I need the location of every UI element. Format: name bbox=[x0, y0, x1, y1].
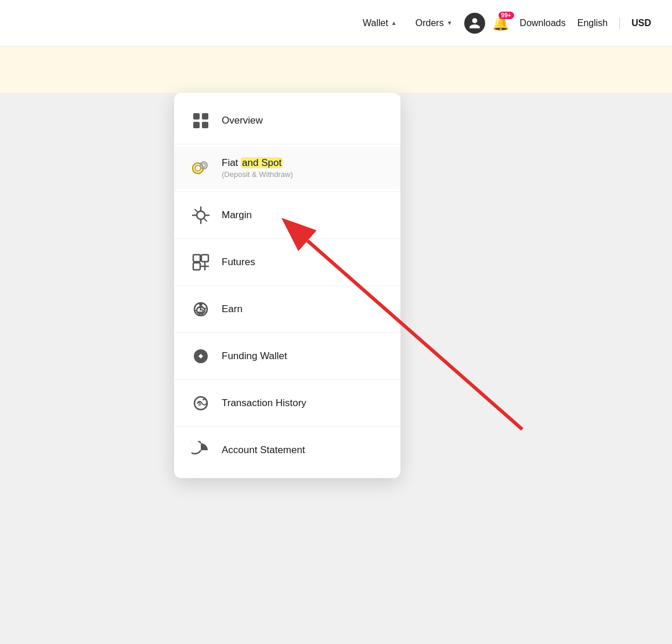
notification-bell[interactable]: 🔔 99+ bbox=[492, 15, 510, 31]
svg-rect-12 bbox=[193, 113, 200, 120]
wallet-dropdown: Overview Fiat and Spot (Deposit & Withdr… bbox=[174, 93, 400, 478]
funding-wallet-text: Funding Wallet bbox=[222, 350, 287, 362]
overview-text: Overview bbox=[222, 115, 263, 126]
fiat-spot-text: Fiat and Spot (Deposit & Withdraw) bbox=[222, 157, 293, 179]
orders-caret: ▼ bbox=[447, 20, 453, 26]
nav-divider bbox=[619, 17, 620, 29]
futures-text: Futures bbox=[222, 256, 255, 268]
dropdown-item-transaction-history[interactable]: $ Transaction History bbox=[174, 382, 400, 424]
dropdown-item-earn[interactable]: Earn bbox=[174, 288, 400, 330]
margin-label: Margin bbox=[222, 209, 252, 221]
divider-2 bbox=[174, 191, 400, 192]
notification-badge: 99+ bbox=[498, 12, 514, 19]
overview-icon bbox=[190, 110, 211, 131]
dropdown-item-margin[interactable]: Margin bbox=[174, 194, 400, 236]
language-selector[interactable]: English bbox=[574, 13, 611, 33]
svg-rect-14 bbox=[193, 122, 200, 128]
svg-line-25 bbox=[195, 209, 197, 212]
fiat-spot-icon bbox=[190, 158, 211, 179]
svg-rect-27 bbox=[193, 255, 200, 262]
futures-label: Futures bbox=[222, 256, 255, 268]
divider-6 bbox=[174, 379, 400, 380]
dropdown-item-funding-wallet[interactable]: Funding Wallet bbox=[174, 335, 400, 377]
downloads-nav-link[interactable]: Downloads bbox=[516, 13, 569, 33]
user-avatar[interactable] bbox=[464, 13, 485, 34]
svg-point-33 bbox=[203, 307, 204, 309]
wallet-caret: ▲ bbox=[391, 20, 397, 26]
svg-text:$: $ bbox=[198, 400, 201, 407]
dropdown-item-overview[interactable]: Overview bbox=[174, 100, 400, 142]
fiat-spot-sublabel: (Deposit & Withdraw) bbox=[222, 170, 293, 179]
navbar: Wallet ▲ Orders ▼ 🔔 99+ Downloads Englis… bbox=[0, 0, 672, 46]
dropdown-item-fiat-spot[interactable]: Fiat and Spot (Deposit & Withdraw) bbox=[174, 147, 400, 189]
divider-4 bbox=[174, 285, 400, 286]
futures-icon bbox=[190, 252, 211, 273]
divider-7 bbox=[174, 426, 400, 427]
svg-line-26 bbox=[204, 219, 207, 221]
account-statement-icon bbox=[190, 440, 211, 461]
margin-text: Margin bbox=[222, 209, 252, 221]
earn-text: Earn bbox=[222, 303, 243, 315]
svg-rect-28 bbox=[201, 255, 208, 262]
svg-rect-15 bbox=[202, 122, 208, 128]
wallet-label: Wallet bbox=[363, 18, 388, 28]
wallet-nav-button[interactable]: Wallet ▲ bbox=[356, 13, 404, 33]
main-content: Overview Fiat and Spot (Deposit & Withdr… bbox=[0, 93, 672, 644]
svg-point-20 bbox=[197, 211, 205, 219]
svg-rect-13 bbox=[202, 113, 208, 120]
promo-banner bbox=[0, 46, 672, 93]
divider-3 bbox=[174, 238, 400, 239]
overview-label: Overview bbox=[222, 115, 263, 126]
transaction-history-icon: $ bbox=[190, 393, 211, 414]
transaction-history-label: Transaction History bbox=[222, 397, 306, 409]
dropdown-item-futures[interactable]: Futures bbox=[174, 241, 400, 283]
margin-icon bbox=[190, 205, 211, 226]
divider-5 bbox=[174, 332, 400, 333]
earn-label: Earn bbox=[222, 303, 243, 315]
account-statement-label: Account Statement bbox=[222, 444, 305, 456]
transaction-history-text: Transaction History bbox=[222, 397, 306, 409]
orders-label: Orders bbox=[416, 18, 444, 28]
nav-items: Wallet ▲ Orders ▼ 🔔 99+ Downloads Englis… bbox=[356, 13, 655, 34]
divider-1 bbox=[174, 144, 400, 144]
funding-wallet-label: Funding Wallet bbox=[222, 350, 287, 362]
fiat-spot-label: Fiat and Spot bbox=[222, 157, 293, 169]
currency-selector[interactable]: USD bbox=[628, 13, 655, 33]
funding-wallet-icon bbox=[190, 346, 211, 367]
dropdown-item-account-statement[interactable]: Account Statement bbox=[174, 429, 400, 471]
earn-icon bbox=[190, 299, 211, 320]
orders-nav-button[interactable]: Orders ▼ bbox=[409, 13, 460, 33]
svg-rect-29 bbox=[193, 263, 200, 270]
account-statement-text: Account Statement bbox=[222, 444, 305, 456]
